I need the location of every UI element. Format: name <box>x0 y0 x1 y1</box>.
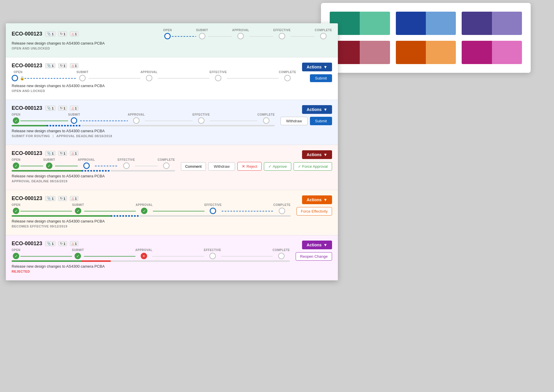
attachments-badge-4: 📎1 <box>45 151 55 156</box>
step-circle-approval-1 <box>237 33 244 39</box>
step-circle-effective-4 <box>123 163 130 169</box>
attachments-badge-1: 📎1 <box>45 31 55 36</box>
step-circle-submit-1 <box>199 33 205 39</box>
step-circle-complete-1 <box>320 33 327 39</box>
step-circle-approval-3 <box>133 117 140 124</box>
step-approval-6: APPROVAL ✕ <box>135 248 153 259</box>
revisions-badge-2: ↻1 <box>58 63 67 68</box>
step-open-4: OPEN ✓ <box>12 158 20 169</box>
step-circle-complete-4 <box>163 163 170 169</box>
step-submit-6: SUBMIT ✓ <box>72 248 84 259</box>
actions-button-4[interactable]: Actions ▼ <box>302 150 332 159</box>
submit-button-3[interactable]: Submit <box>310 117 332 125</box>
eco-status-4: APPROVAL DEADLINE 08/16/2019 <box>12 179 175 183</box>
step-circle-complete-3 <box>263 117 269 124</box>
step-circle-effective-1 <box>279 33 285 39</box>
step-complete-1: COMPLETE <box>315 29 332 39</box>
step-circle-approval-2 <box>146 75 152 81</box>
step-submit-2: SUBMIT <box>76 70 88 81</box>
step-circle-effective-2 <box>215 75 221 81</box>
alerts-badge-5: △1 <box>70 196 78 201</box>
eco-status-1: OPEN AND UNLOCKED <box>12 47 332 50</box>
eco-description-1: Release new design changes to AS4300 cam… <box>12 41 332 45</box>
attachments-badge-5: 📎1 <box>45 196 55 201</box>
eco-description-3: Release new design changes to AS4300 cam… <box>12 129 275 133</box>
step-effective-6: EFFECTIVE <box>204 248 221 259</box>
attachments-badge-3: 📎1 <box>45 106 55 111</box>
step-open-2: OPEN 🔒 <box>12 70 24 81</box>
eco-id-6: ECO-000123 <box>12 241 42 247</box>
revisions-badge-1: ↻1 <box>58 31 67 36</box>
eco-card-1: ECO-000123 📎1 ↻1 △1 OPEN SUBMIT <box>6 23 338 57</box>
step-circle-complete-2 <box>284 75 291 81</box>
swatch-blue <box>396 12 456 35</box>
step-open-5: OPEN ✓ <box>12 203 20 214</box>
step-open-6: OPEN ✓ <box>12 248 20 259</box>
step-circle-submit-3 <box>71 117 77 124</box>
eco-list-panel: ECO-000123 📎1 ↻1 △1 OPEN SUBMIT <box>6 23 338 280</box>
step-circle-effective-3 <box>198 117 204 124</box>
alerts-badge-2: △1 <box>70 63 78 68</box>
step-circle-submit-2 <box>79 75 86 81</box>
reject-button-4[interactable]: ✕ Reject <box>237 162 262 171</box>
eco-card-6: ECO-000123 📎1 ↻1 △1 OPEN ✓ <box>6 235 338 280</box>
step-circle-effective-6 <box>209 253 216 259</box>
step-circle-approval-4 <box>83 163 90 169</box>
step-circle-submit-6: ✓ <box>75 253 81 259</box>
step-circle-submit-5: ✓ <box>75 208 81 214</box>
comment-button-4[interactable]: Comment <box>181 162 206 171</box>
step-circle-open-5: ✓ <box>13 208 19 214</box>
eco-id-4: ECO-000123 <box>12 150 42 156</box>
eco-description-5: Release new design changes to AS4300 cam… <box>12 219 291 223</box>
eco-card-5: ECO-000123 📎1 ↻1 △1 OPEN ✓ <box>6 190 338 235</box>
step-circle-open-4: ✓ <box>13 163 19 169</box>
eco-id-3: ECO-000123 <box>12 105 42 111</box>
swatch-pink <box>462 41 522 64</box>
eco-card-2: ECO-000123 📎1 ↻1 △1 OPEN <box>6 57 338 100</box>
actions-button-2[interactable]: Actions ▼ <box>302 63 332 71</box>
step-approval-4: APPROVAL <box>78 158 95 169</box>
step-open-3: OPEN ✓ <box>12 113 20 124</box>
eco-status-2: OPEN AND LOCKED <box>12 89 296 93</box>
force-effectivity-button-5[interactable]: Force Effectivity <box>297 207 332 216</box>
step-complete-6: COMPLETE <box>273 248 290 259</box>
eco-id-2: ECO-000123 <box>12 63 42 69</box>
step-open-1: OPEN <box>163 29 172 39</box>
attachments-badge-2: 📎1 <box>45 63 55 68</box>
approve-button-4[interactable]: ✓ Approve <box>264 162 291 171</box>
step-effective-3: EFFECTIVE <box>193 113 210 124</box>
step-circle-open-1 <box>164 33 171 39</box>
step-approval-5: APPROVAL ✓ <box>136 203 153 214</box>
alerts-badge-6: △1 <box>70 241 78 246</box>
step-approval-3: APPROVAL <box>128 113 145 124</box>
withdraw-button-4[interactable]: Withdraw <box>208 162 235 171</box>
revisions-badge-3: ↻1 <box>58 106 67 111</box>
actions-button-5[interactable]: Actions ▼ <box>302 195 332 204</box>
revisions-badge-6: ↻1 <box>58 241 67 246</box>
reopen-button-6[interactable]: Reopen Change <box>296 252 332 261</box>
eco-status-5: BECOMES EFFECTIVE 09/12/2019 <box>12 225 291 228</box>
eco-status-6: REJECTED <box>12 270 290 273</box>
force-approval-button-4[interactable]: ✓ Force Approval <box>294 162 332 171</box>
submit-button-2[interactable]: Submit <box>310 74 332 82</box>
step-effective-1: EFFECTIVE <box>273 29 291 39</box>
step-complete-2: COMPLETE <box>279 70 296 81</box>
step-complete-3: COMPLETE <box>257 113 275 124</box>
step-submit-3: SUBMIT <box>68 113 80 124</box>
step-submit-4: SUBMIT ✓ <box>43 158 55 169</box>
revisions-badge-5: ↻1 <box>58 196 67 201</box>
withdraw-button-3[interactable]: Withdraw <box>280 117 307 125</box>
step-approval-2: APPROVAL <box>140 70 158 81</box>
actions-button-3[interactable]: Actions ▼ <box>302 105 332 114</box>
step-circle-complete-5 <box>279 208 285 214</box>
color-palette-panel <box>321 3 531 73</box>
swatch-purple <box>462 12 522 35</box>
step-submit-1: SUBMIT <box>196 29 208 39</box>
step-complete-5: COMPLETE <box>273 203 291 214</box>
step-circle-effective-5 <box>210 208 216 214</box>
step-circle-approval-5: ✓ <box>141 208 147 214</box>
step-effective-2: EFFECTIVE <box>209 70 227 81</box>
actions-button-6[interactable]: Actions ▼ <box>302 241 332 249</box>
eco-description-2: Release new design changes to AS4300 cam… <box>12 84 296 88</box>
step-circle-submit-4: ✓ <box>46 163 52 169</box>
